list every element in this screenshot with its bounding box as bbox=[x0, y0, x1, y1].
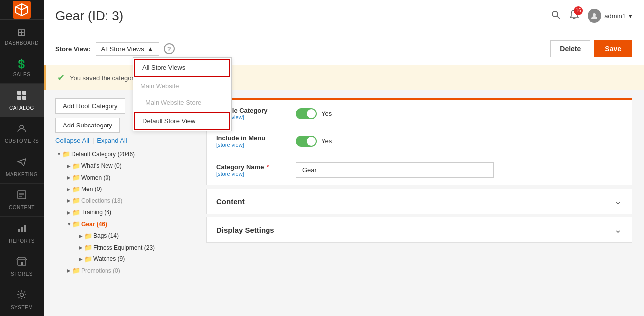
category-name-label-container: Category Name * [store view] bbox=[216, 163, 296, 177]
tree-label-watches[interactable]: Watches (9) bbox=[93, 254, 125, 263]
folder-icon-watches: 📁 bbox=[84, 254, 92, 264]
tree-label-training[interactable]: Training (6) bbox=[81, 208, 111, 217]
store-view-selected: All Store Views bbox=[101, 45, 144, 53]
sidebar: ⊞ DASHBOARD 💲 SALES CATALOG CUSTOMERS bbox=[0, 0, 44, 316]
dropdown-item-main-website[interactable]: Main Website bbox=[133, 78, 231, 94]
tree-node-watches[interactable]: ▶ 📁 Watches (9) bbox=[55, 253, 194, 265]
sidebar-item-system[interactable]: SYSTEM bbox=[0, 283, 44, 316]
tree-node-whats-new[interactable]: ▶ 📁 What's New (0) bbox=[55, 160, 194, 172]
tree-label-women[interactable]: Women (0) bbox=[81, 173, 110, 182]
admin-name: admin1 bbox=[604, 12, 626, 20]
enable-category-control: Yes bbox=[296, 108, 332, 119]
avatar bbox=[588, 9, 601, 23]
tree-node-women[interactable]: ▶ 📁 Women (0) bbox=[55, 172, 194, 184]
tree-node-promotions[interactable]: ▶ 📁 Promotions (0) bbox=[55, 265, 194, 277]
folder-icon-women: 📁 bbox=[72, 173, 80, 183]
page-title: Gear (ID: 3) bbox=[55, 8, 123, 24]
dashboard-icon: ⊞ bbox=[17, 26, 26, 38]
add-subcategory-button[interactable]: Add Subcategory bbox=[55, 118, 120, 133]
display-settings-title: Display Settings bbox=[216, 226, 274, 234]
svg-rect-10 bbox=[18, 229, 20, 232]
svg-point-15 bbox=[20, 293, 24, 297]
folder-icon-gear: 📁 bbox=[72, 219, 80, 229]
tree-toggle-collections: ▶ bbox=[65, 197, 72, 204]
add-root-category-button[interactable]: Add Root Category bbox=[55, 98, 125, 114]
dropdown-item-default-store-view[interactable]: Default Store View bbox=[134, 112, 230, 130]
tree-label-fitness[interactable]: Fitness Equipment (23) bbox=[93, 243, 155, 252]
tree-node-bags[interactable]: ▶ 📁 Bags (14) bbox=[55, 230, 194, 242]
tree-label-bags[interactable]: Bags (14) bbox=[93, 231, 119, 240]
content-area: Store View: All Store Views ▲ ? All Stor… bbox=[44, 32, 644, 316]
sidebar-item-catalog[interactable]: CATALOG bbox=[0, 83, 44, 117]
tree-links: Collapse All | Expand All bbox=[55, 137, 194, 144]
tree-label-whats-new[interactable]: What's New (0) bbox=[81, 161, 122, 170]
enable-category-row: Enable Category [store view] Yes bbox=[207, 100, 632, 127]
store-view-left: Store View: All Store Views ▲ ? All Stor… bbox=[55, 42, 175, 56]
enable-category-value: Yes bbox=[322, 110, 332, 117]
include-menu-row: Include in Menu [store view] Yes bbox=[207, 127, 632, 155]
notification-badge: 16 bbox=[574, 6, 583, 15]
tree-node-training[interactable]: ▶ 📁 Training (6) bbox=[55, 207, 194, 219]
category-name-control bbox=[296, 162, 494, 178]
sidebar-item-reports[interactable]: REPORTS bbox=[0, 216, 44, 250]
collapse-all-link[interactable]: Collapse All bbox=[55, 137, 89, 144]
tree-label-gear[interactable]: Gear (46) bbox=[81, 220, 107, 229]
tree-toggle-promotions: ▶ bbox=[65, 267, 72, 274]
expand-all-link[interactable]: Expand All bbox=[97, 137, 127, 144]
content-section-chevron-icon: ⌄ bbox=[614, 196, 622, 207]
admin-dropdown-icon: ▾ bbox=[629, 12, 632, 20]
include-menu-toggle[interactable] bbox=[296, 136, 317, 147]
save-button[interactable]: Save bbox=[594, 40, 632, 57]
search-button[interactable] bbox=[551, 10, 561, 22]
tree-toggle-men: ▶ bbox=[65, 186, 72, 192]
content-section-title: Content bbox=[216, 197, 245, 206]
tree-node-default-category[interactable]: ▾ 📁 Default Category (2046) bbox=[55, 148, 194, 160]
store-view-bar: Store View: All Store Views ▲ ? All Stor… bbox=[44, 32, 644, 65]
reports-icon bbox=[16, 223, 27, 236]
right-panel: Enable Category [store view] Yes Include… bbox=[206, 98, 632, 277]
required-star: * bbox=[267, 163, 269, 171]
tree-label-collections[interactable]: Collections (13) bbox=[81, 196, 122, 205]
sidebar-item-customers[interactable]: CUSTOMERS bbox=[0, 117, 44, 150]
svg-rect-2 bbox=[22, 91, 26, 95]
sidebar-item-stores[interactable]: STORES bbox=[0, 250, 44, 283]
category-settings-form: Enable Category [store view] Yes Include… bbox=[206, 98, 632, 185]
content-section-header[interactable]: Content ⌄ bbox=[206, 189, 632, 214]
main-content: Gear (ID: 3) 16 bbox=[44, 0, 644, 316]
store-view-dropdown: All Store Views Main Website Main Websit… bbox=[133, 57, 232, 131]
sidebar-item-marketing[interactable]: MARKETING bbox=[0, 150, 44, 183]
include-menu-label: Include in Menu bbox=[216, 134, 265, 142]
svg-rect-3 bbox=[17, 96, 21, 100]
tree-label-men[interactable]: Men (0) bbox=[81, 185, 102, 193]
sidebar-item-content[interactable]: CONTENT bbox=[0, 183, 44, 216]
folder-icon-promotions: 📁 bbox=[72, 266, 80, 276]
folder-icon-fitness: 📁 bbox=[84, 243, 92, 253]
tree-label-default[interactable]: Default Category (2046) bbox=[71, 150, 135, 159]
dropdown-item-main-website-store[interactable]: Main Website Store bbox=[133, 94, 231, 111]
display-settings-section-header[interactable]: Display Settings ⌄ bbox=[206, 217, 632, 243]
category-name-label: Category Name bbox=[216, 163, 264, 171]
sidebar-item-sales[interactable]: 💲 SALES bbox=[0, 52, 44, 83]
store-view-selector[interactable]: All Store Views ▲ bbox=[96, 42, 159, 56]
tree-node-collections[interactable]: ▶ 📁 Collections (13) bbox=[55, 195, 194, 207]
category-name-input[interactable] bbox=[296, 162, 494, 178]
svg-rect-4 bbox=[22, 96, 26, 100]
category-tree: ▾ 📁 Default Category (2046) ▶ 📁 What's N… bbox=[55, 148, 194, 277]
delete-button[interactable]: Delete bbox=[550, 40, 590, 57]
enable-category-toggle[interactable] bbox=[296, 108, 317, 119]
tree-node-gear[interactable]: ▾ 📁 Gear (46) bbox=[55, 218, 194, 230]
notification-button[interactable]: 16 bbox=[569, 9, 580, 23]
help-icon[interactable]: ? bbox=[164, 43, 175, 54]
svg-point-16 bbox=[552, 11, 558, 17]
dropdown-item-all-store-views[interactable]: All Store Views bbox=[134, 59, 230, 77]
tree-toggle-default: ▾ bbox=[55, 151, 62, 158]
svg-line-17 bbox=[557, 16, 560, 19]
tree-label-promotions[interactable]: Promotions (0) bbox=[81, 266, 120, 275]
tree-node-men[interactable]: ▶ 📁 Men (0) bbox=[55, 184, 194, 195]
tree-node-fitness-equipment[interactable]: ▶ 📁 Fitness Equipment (23) bbox=[55, 242, 194, 253]
stores-icon bbox=[16, 256, 27, 269]
admin-user-menu[interactable]: admin1 ▾ bbox=[588, 9, 632, 23]
include-menu-label-container: Include in Menu [store view] bbox=[216, 134, 296, 148]
tree-toggle-bags: ▶ bbox=[77, 232, 84, 239]
sidebar-item-dashboard[interactable]: ⊞ DASHBOARD bbox=[0, 20, 44, 52]
